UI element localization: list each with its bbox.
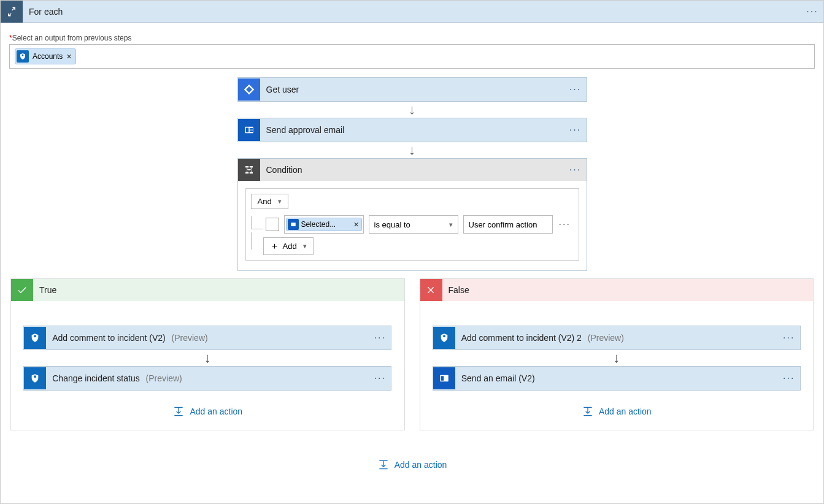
row-menu-icon[interactable]: ···	[559, 219, 571, 230]
condition-icon	[238, 159, 260, 181]
shield-icon	[24, 327, 46, 349]
output-field-label: *Select an output from previous steps	[9, 34, 815, 42]
arrow-down-icon: ↓	[613, 351, 620, 365]
send-approval-label: Send approval email	[260, 125, 564, 135]
shield-icon	[17, 50, 29, 63]
add-condition-button[interactable]: ＋Add▾	[263, 237, 314, 255]
foreach-menu-icon[interactable]: ···	[801, 6, 823, 17]
step-menu-icon[interactable]: ···	[778, 373, 800, 384]
outlook-icon	[433, 367, 455, 389]
condition-checkbox[interactable]	[266, 218, 279, 231]
step-menu-icon[interactable]: ···	[778, 332, 800, 343]
shield-icon	[433, 327, 455, 349]
get-user-label: Get user	[260, 85, 564, 94]
condition-operator-select[interactable]: is equal to▾	[369, 215, 458, 234]
true-branch-header[interactable]: True	[11, 279, 404, 301]
condition-menu-icon[interactable]: ···	[564, 164, 587, 175]
foreach-body: *Select an output from previous steps Ac…	[1, 23, 823, 477]
condition-branches: True Add comment to incident (V2) (Previ…	[9, 271, 815, 430]
selected-option-token: Selected... ✕	[286, 218, 362, 231]
change-status-step[interactable]: Change incident status (Preview) ···	[23, 366, 391, 391]
send-email-step[interactable]: Send an email (V2) ···	[433, 366, 801, 391]
add-action-button[interactable]: Add an action	[172, 405, 242, 418]
step-label: Send an email (V2)	[455, 373, 778, 383]
true-branch: True Add comment to incident (V2) (Previ…	[10, 278, 405, 430]
condition-card: Condition ··· And▾	[237, 158, 587, 271]
foreach-container: For each ··· *Select an output from prev…	[0, 0, 824, 504]
outlook-icon	[288, 219, 299, 230]
and-operator-button[interactable]: And▾	[251, 194, 288, 209]
false-branch: False Add comment to incident (V2) 2 (Pr…	[420, 278, 814, 430]
step-menu-icon[interactable]: ···	[369, 332, 391, 343]
get-user-step[interactable]: Get user ···	[237, 77, 587, 102]
foreach-header[interactable]: For each ···	[1, 1, 823, 23]
shield-icon	[24, 367, 46, 389]
svg-rect-4	[441, 376, 444, 381]
azure-ad-icon	[238, 78, 260, 101]
condition-row: Selected... ✕ is equal to▾ User confirm …	[251, 215, 574, 234]
false-label: False	[442, 285, 469, 295]
output-input[interactable]: Accounts ✕	[9, 44, 815, 69]
step-label: Add comment to incident (V2) 2 (Preview)	[455, 333, 778, 343]
arrow-down-icon: ↓	[204, 351, 211, 365]
arrow-down-icon: ↓	[409, 143, 415, 157]
svg-rect-2	[291, 223, 296, 226]
false-branch-header[interactable]: False	[420, 279, 814, 301]
loop-icon	[1, 1, 23, 23]
add-action-bottom-button[interactable]: Add an action	[377, 459, 447, 471]
condition-lhs-field[interactable]: Selected... ✕	[284, 215, 364, 234]
send-approval-email-step[interactable]: Send approval email ···	[237, 118, 587, 142]
add-action-button[interactable]: Add an action	[582, 405, 652, 418]
arrow-down-icon: ↓	[409, 103, 415, 116]
check-icon	[11, 279, 33, 301]
remove-token-icon[interactable]: ✕	[66, 53, 72, 61]
accounts-token[interactable]: Accounts ✕	[15, 48, 76, 64]
step-menu-icon[interactable]: ···	[564, 124, 587, 136]
outlook-icon	[238, 119, 260, 141]
tree-line	[251, 216, 263, 229]
true-label: True	[33, 285, 56, 295]
remove-token-icon[interactable]: ✕	[353, 221, 359, 229]
step-menu-icon[interactable]: ···	[564, 84, 587, 95]
condition-rhs-field[interactable]: User confirm action	[463, 215, 553, 234]
step-label: Add comment to incident (V2) (Preview)	[46, 333, 369, 343]
condition-header[interactable]: Condition ···	[238, 159, 587, 181]
close-icon	[420, 279, 442, 301]
add-comment-2-step[interactable]: Add comment to incident (V2) 2 (Preview)…	[433, 326, 801, 350]
add-comment-step[interactable]: Add comment to incident (V2) (Preview) ·…	[23, 326, 391, 350]
step-menu-icon[interactable]: ···	[369, 373, 391, 384]
svg-rect-1	[245, 128, 248, 132]
step-label: Change incident status (Preview)	[46, 373, 369, 383]
foreach-title: For each	[23, 7, 801, 17]
condition-title: Condition	[260, 165, 564, 175]
